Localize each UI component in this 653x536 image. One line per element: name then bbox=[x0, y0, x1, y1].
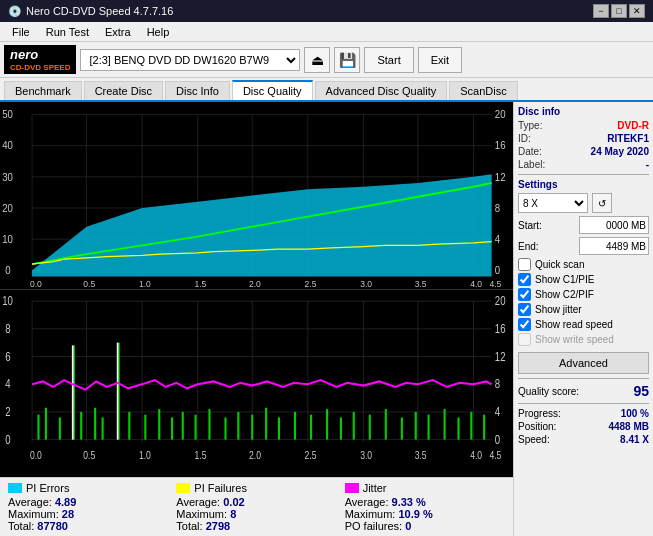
pi-errors-max-label: Maximum: bbox=[8, 508, 59, 520]
exit-button[interactable]: Exit bbox=[418, 47, 462, 73]
start-button[interactable]: Start bbox=[364, 47, 413, 73]
speed-row-progress: Speed: 8.41 X bbox=[518, 434, 649, 445]
svg-text:20: 20 bbox=[495, 294, 506, 307]
pi-errors-group: PI Errors Average: 4.89 Maximum: 28 Tota… bbox=[8, 482, 168, 532]
show-write-speed-label: Show write speed bbox=[535, 334, 614, 345]
jitter-avg: Average: 9.33 % bbox=[345, 496, 505, 508]
eject-icon-button[interactable]: ⏏ bbox=[304, 47, 330, 73]
svg-rect-55 bbox=[37, 415, 39, 440]
pi-errors-max: Maximum: 28 bbox=[8, 508, 168, 520]
pi-errors-label: PI Errors bbox=[26, 482, 69, 494]
svg-text:4.5: 4.5 bbox=[489, 449, 501, 461]
disc-info-title: Disc info bbox=[518, 106, 649, 117]
progress-value: 100 % bbox=[621, 408, 649, 419]
svg-rect-86 bbox=[457, 417, 459, 439]
svg-rect-80 bbox=[369, 415, 371, 440]
quick-scan-row: Quick scan bbox=[518, 258, 649, 271]
quick-scan-checkbox[interactable] bbox=[518, 258, 531, 271]
svg-text:4: 4 bbox=[495, 405, 500, 418]
jitter-po: PO failures: 0 bbox=[345, 520, 505, 532]
tab-scandisc[interactable]: ScanDisc bbox=[449, 81, 517, 100]
svg-rect-56 bbox=[45, 408, 47, 440]
jitter-po-value: 0 bbox=[405, 520, 411, 532]
svg-text:50: 50 bbox=[2, 109, 13, 121]
close-button[interactable]: ✕ bbox=[629, 4, 645, 18]
position-label: Position: bbox=[518, 421, 556, 432]
svg-text:4: 4 bbox=[495, 233, 501, 245]
titlebar: 💿 Nero CD-DVD Speed 4.7.7.16 − □ ✕ bbox=[0, 0, 653, 22]
svg-text:0.5: 0.5 bbox=[83, 278, 95, 289]
svg-text:1.0: 1.0 bbox=[139, 278, 151, 289]
type-row: Type: DVD-R bbox=[518, 120, 649, 131]
pi-failures-label: PI Failures bbox=[194, 482, 247, 494]
svg-text:4.5: 4.5 bbox=[489, 278, 501, 289]
menu-file[interactable]: File bbox=[4, 24, 38, 40]
date-value: 24 May 2020 bbox=[591, 146, 649, 157]
toolbar: nero CD-DVD SPEED [2:3] BENQ DVD DD DW16… bbox=[0, 42, 653, 78]
divider-2 bbox=[518, 378, 649, 379]
svg-text:4.0: 4.0 bbox=[470, 278, 482, 289]
end-input[interactable] bbox=[579, 237, 649, 255]
type-label: Type: bbox=[518, 120, 542, 131]
svg-rect-60 bbox=[94, 408, 96, 440]
tab-create-disc[interactable]: Create Disc bbox=[84, 81, 163, 100]
menu-help[interactable]: Help bbox=[139, 24, 178, 40]
show-jitter-checkbox[interactable] bbox=[518, 303, 531, 316]
svg-rect-85 bbox=[444, 409, 446, 439]
menu-extra[interactable]: Extra bbox=[97, 24, 139, 40]
pi-failures-header: PI Failures bbox=[176, 482, 336, 494]
pi-errors-max-value: 28 bbox=[62, 508, 74, 520]
svg-text:3.5: 3.5 bbox=[415, 278, 427, 289]
jitter-group: Jitter Average: 9.33 % Maximum: 10.9 % P… bbox=[345, 482, 505, 532]
svg-text:3.0: 3.0 bbox=[360, 278, 372, 289]
jitter-avg-value: 9.33 % bbox=[392, 496, 426, 508]
type-value: DVD-R bbox=[617, 120, 649, 131]
maximize-button[interactable]: □ bbox=[611, 4, 627, 18]
position-value: 4488 MB bbox=[608, 421, 649, 432]
pi-errors-color bbox=[8, 483, 22, 493]
show-c2-pif-checkbox[interactable] bbox=[518, 288, 531, 301]
upper-chart: 50 40 30 20 10 0 20 16 12 8 4 0 0.0 0.5 … bbox=[0, 102, 513, 290]
svg-text:8: 8 bbox=[5, 322, 10, 335]
app-title: Nero CD-DVD Speed 4.7.7.16 bbox=[26, 5, 173, 17]
show-write-speed-checkbox[interactable] bbox=[518, 333, 531, 346]
menu-run-test[interactable]: Run Test bbox=[38, 24, 97, 40]
tab-advanced-disc-quality[interactable]: Advanced Disc Quality bbox=[315, 81, 448, 100]
jitter-color bbox=[345, 483, 359, 493]
svg-rect-84 bbox=[428, 415, 430, 440]
drive-select[interactable]: [2:3] BENQ DVD DD DW1620 B7W9 bbox=[80, 49, 300, 71]
bottom-stats: PI Errors Average: 4.89 Maximum: 28 Tota… bbox=[0, 477, 513, 536]
advanced-button[interactable]: Advanced bbox=[518, 352, 649, 374]
show-read-speed-label: Show read speed bbox=[535, 319, 613, 330]
settings-refresh-icon[interactable]: ↺ bbox=[592, 193, 612, 213]
divider-3 bbox=[518, 403, 649, 404]
end-row: End: bbox=[518, 237, 649, 255]
pi-failures-avg-value: 0.02 bbox=[223, 496, 244, 508]
start-input[interactable] bbox=[579, 216, 649, 234]
pi-failures-max-label: Maximum: bbox=[176, 508, 227, 520]
svg-rect-79 bbox=[353, 412, 355, 440]
show-jitter-label: Show jitter bbox=[535, 304, 582, 315]
svg-text:30: 30 bbox=[2, 171, 13, 183]
show-read-speed-checkbox[interactable] bbox=[518, 318, 531, 331]
pi-errors-header: PI Errors bbox=[8, 482, 168, 494]
speed-label: Speed: bbox=[518, 434, 550, 445]
show-c1-pie-checkbox[interactable] bbox=[518, 273, 531, 286]
tab-disc-quality[interactable]: Disc Quality bbox=[232, 80, 313, 100]
lower-chart-svg: 10 8 6 4 2 0 20 16 12 8 4 0 0.0 0.5 1.0 … bbox=[0, 290, 513, 477]
speed-select[interactable]: 8 X bbox=[518, 193, 588, 213]
lower-chart: 10 8 6 4 2 0 20 16 12 8 4 0 0.0 0.5 1.0 … bbox=[0, 290, 513, 477]
show-jitter-row: Show jitter bbox=[518, 303, 649, 316]
nero-logo: nero CD-DVD SPEED bbox=[4, 45, 76, 74]
svg-rect-72 bbox=[251, 415, 253, 440]
id-row: ID: RITEKF1 bbox=[518, 133, 649, 144]
progress-row: Progress: 100 % bbox=[518, 408, 649, 419]
tab-benchmark[interactable]: Benchmark bbox=[4, 81, 82, 100]
start-label: Start: bbox=[518, 220, 542, 231]
end-label: End: bbox=[518, 241, 539, 252]
svg-rect-69 bbox=[208, 409, 210, 439]
save-icon-button[interactable]: 💾 bbox=[334, 47, 360, 73]
jitter-header: Jitter bbox=[345, 482, 505, 494]
minimize-button[interactable]: − bbox=[593, 4, 609, 18]
tab-disc-info[interactable]: Disc Info bbox=[165, 81, 230, 100]
